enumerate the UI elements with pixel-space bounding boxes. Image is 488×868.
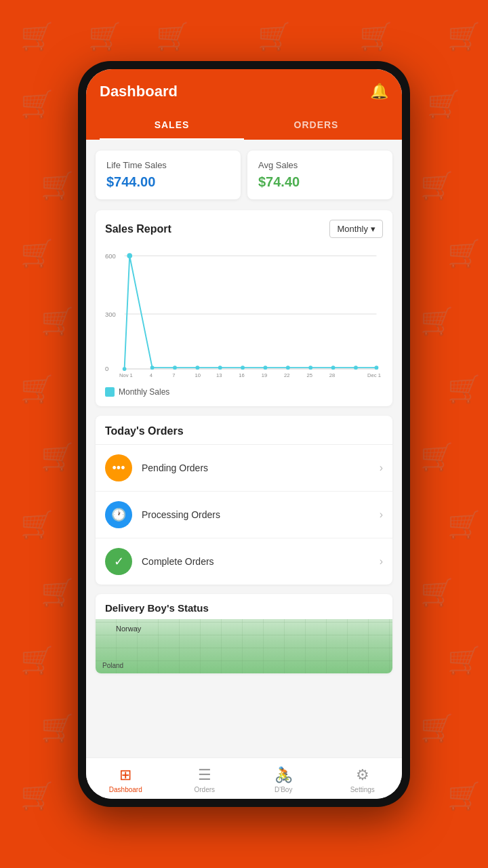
delivery-status-section: Delivery Boy's Status Norway Poland bbox=[96, 594, 392, 673]
processing-orders-icon: 🕐 bbox=[105, 501, 132, 528]
phone-screen: Dashboard 🔔 SALES ORDERS Life Time Sales… bbox=[86, 69, 402, 799]
legend-label: Monthly Sales bbox=[119, 387, 169, 397]
bg-icon: 🛒 bbox=[447, 373, 481, 405]
svg-point-13 bbox=[264, 366, 268, 370]
nav-dashboard[interactable]: ⊞ Dashboard bbox=[86, 764, 165, 796]
bg-icon: 🛒 bbox=[447, 237, 481, 269]
svg-point-18 bbox=[375, 366, 379, 370]
pending-orders-label: Pending Orders bbox=[142, 462, 380, 473]
page-title: Dashboard bbox=[100, 83, 178, 100]
bg-icon: 🛒 bbox=[20, 237, 54, 269]
bg-icon: 🛒 bbox=[420, 441, 454, 473]
svg-point-12 bbox=[241, 366, 245, 370]
dropdown-value: Monthly bbox=[337, 224, 368, 234]
main-content: Life Time Sales $744.00 Avg Sales $74.40… bbox=[86, 140, 402, 757]
svg-point-16 bbox=[331, 366, 336, 370]
complete-chevron-icon: › bbox=[380, 555, 383, 568]
bg-icon: 🛒 bbox=[447, 20, 481, 52]
delivery-map: Norway Poland bbox=[96, 619, 392, 673]
dashboard-nav-icon: ⊞ bbox=[119, 766, 131, 784]
svg-point-9 bbox=[173, 366, 177, 370]
sales-chart: 600 300 0 bbox=[105, 246, 383, 382]
bg-icon: 🛒 bbox=[41, 576, 75, 608]
bg-icon: 🛒 bbox=[20, 373, 54, 405]
avg-sales-label: Avg Sales bbox=[258, 160, 382, 170]
svg-point-6 bbox=[123, 367, 127, 371]
complete-orders-item[interactable]: ✓ Complete Orders › bbox=[96, 538, 392, 585]
tab-sales[interactable]: SALES bbox=[100, 111, 244, 140]
sales-report-section: Sales Report Monthly ▾ 600 300 0 bbox=[96, 210, 392, 406]
avg-sales-value: $74.40 bbox=[258, 174, 382, 190]
nav-orders[interactable]: ☰ Orders bbox=[165, 764, 245, 796]
bg-icon: 🛒 bbox=[20, 88, 54, 120]
svg-text:0: 0 bbox=[105, 365, 108, 372]
dashboard-nav-label: Dashboard bbox=[109, 786, 142, 793]
lifetime-sales-card: Life Time Sales $744.00 bbox=[96, 151, 241, 199]
sales-report-header: Sales Report Monthly ▾ bbox=[105, 220, 383, 238]
processing-orders-label: Processing Orders bbox=[142, 509, 380, 520]
complete-orders-icon: ✓ bbox=[105, 548, 132, 575]
pending-icon-symbol: ••• bbox=[113, 461, 125, 475]
svg-text:16: 16 bbox=[239, 372, 244, 378]
nav-settings[interactable]: ⚙ Settings bbox=[323, 764, 403, 796]
bg-icon: 🛒 bbox=[20, 780, 54, 812]
avg-sales-card: Avg Sales $74.40 bbox=[247, 151, 392, 199]
settings-nav-label: Settings bbox=[350, 786, 375, 793]
svg-point-7 bbox=[127, 253, 132, 258]
tab-orders[interactable]: ORDERS bbox=[244, 111, 388, 140]
bg-icon: 🛒 bbox=[427, 88, 461, 120]
svg-point-10 bbox=[195, 366, 199, 370]
bg-icon: 🛒 bbox=[20, 20, 54, 52]
bg-icon: 🛒 bbox=[41, 712, 75, 744]
nav-dboy[interactable]: 🚴 D'Boy bbox=[244, 764, 323, 796]
svg-text:28: 28 bbox=[329, 372, 335, 378]
notification-bell-icon[interactable]: 🔔 bbox=[370, 83, 388, 100]
bg-icon: 🛒 bbox=[20, 644, 54, 676]
todays-orders-section: Today's Orders ••• Pending Orders › 🕐 Pr… bbox=[96, 416, 392, 585]
bg-icon: 🛒 bbox=[41, 305, 75, 337]
svg-point-17 bbox=[354, 366, 358, 370]
bg-icon: 🛒 bbox=[447, 644, 481, 676]
stats-row: Life Time Sales $744.00 Avg Sales $74.40 bbox=[86, 140, 402, 210]
legend-color-dot bbox=[105, 387, 115, 397]
bg-icon: 🛒 bbox=[447, 780, 481, 812]
sales-report-title: Sales Report bbox=[105, 223, 171, 235]
check-icon: ✓ bbox=[114, 554, 124, 569]
svg-text:300: 300 bbox=[105, 311, 116, 318]
svg-point-14 bbox=[286, 366, 290, 370]
orders-nav-label: Orders bbox=[194, 786, 215, 793]
svg-text:13: 13 bbox=[216, 372, 222, 378]
bg-icon: 🛒 bbox=[156, 20, 190, 52]
complete-orders-label: Complete Orders bbox=[142, 556, 380, 567]
dboy-nav-icon: 🚴 bbox=[274, 766, 293, 784]
pending-orders-icon: ••• bbox=[105, 454, 132, 481]
tab-bar: SALES ORDERS bbox=[100, 111, 388, 140]
bg-icon: 🛒 bbox=[41, 170, 75, 201]
bg-icon: 🛒 bbox=[41, 441, 75, 473]
bg-icon: 🛒 bbox=[447, 509, 481, 540]
orders-nav-icon: ☰ bbox=[198, 766, 211, 784]
bg-icon: 🛒 bbox=[420, 170, 454, 201]
period-dropdown[interactable]: Monthly ▾ bbox=[329, 220, 383, 238]
settings-nav-icon: ⚙ bbox=[356, 766, 369, 784]
todays-orders-title: Today's Orders bbox=[96, 416, 392, 445]
svg-text:Dec 1: Dec 1 bbox=[367, 372, 381, 378]
delivery-section-title: Delivery Boy's Status bbox=[96, 594, 392, 619]
phone-shell: Dashboard 🔔 SALES ORDERS Life Time Sales… bbox=[78, 61, 410, 807]
app-header: Dashboard 🔔 SALES ORDERS bbox=[86, 69, 402, 140]
bg-icon: 🛒 bbox=[359, 20, 393, 52]
svg-text:Nov 1: Nov 1 bbox=[119, 372, 133, 378]
header-top: Dashboard 🔔 bbox=[100, 83, 388, 100]
pending-orders-item[interactable]: ••• Pending Orders › bbox=[96, 445, 392, 492]
clock-icon: 🕐 bbox=[111, 507, 126, 522]
bg-icon: 🛒 bbox=[420, 305, 454, 337]
bg-icon: 🛒 bbox=[20, 509, 54, 540]
processing-orders-item[interactable]: 🕐 Processing Orders › bbox=[96, 492, 392, 538]
chart-legend: Monthly Sales bbox=[105, 387, 383, 397]
bg-icon: 🛒 bbox=[88, 20, 122, 52]
svg-point-8 bbox=[150, 366, 155, 370]
sales-chart-svg: 600 300 0 bbox=[105, 246, 383, 382]
lifetime-sales-value: $744.00 bbox=[106, 174, 230, 190]
svg-text:19: 19 bbox=[262, 372, 267, 378]
svg-text:25: 25 bbox=[306, 372, 312, 378]
